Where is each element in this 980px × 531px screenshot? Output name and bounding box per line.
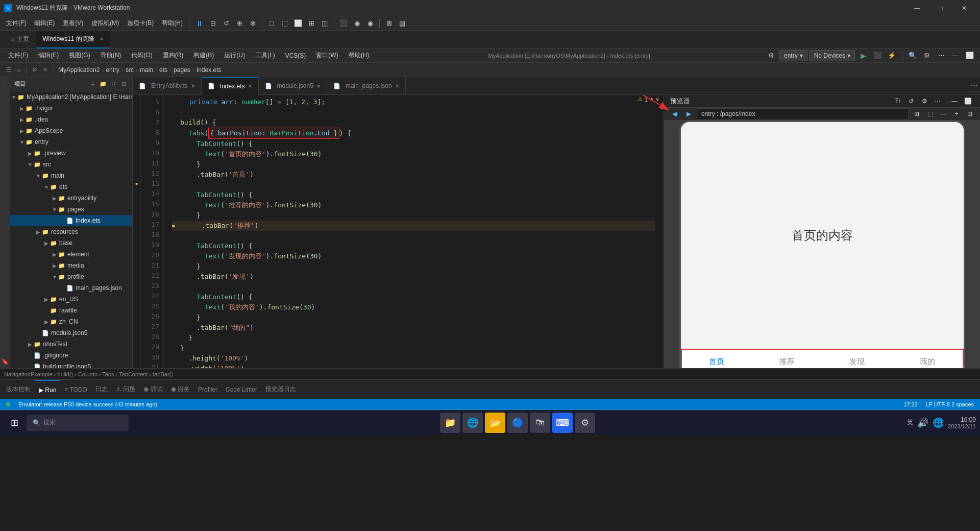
preview-nav-right[interactable]: ▶: [682, 108, 695, 120]
deveco-menu-nav[interactable]: 导航(N): [96, 49, 126, 63]
sort-button[interactable]: ≡: [14, 65, 23, 75]
deveco-menu-help[interactable]: 帮助(H): [345, 49, 374, 63]
preview-refresh-btn[interactable]: ↺: [905, 95, 917, 107]
phone-tab-mine[interactable]: 我的: [892, 357, 963, 367]
taskbar-app-1[interactable]: 📁: [440, 413, 460, 433]
toolbar-btn-2[interactable]: ↺: [220, 17, 232, 30]
breadcrumb-pages[interactable]: pages: [174, 66, 190, 74]
taskbar-app-vscode[interactable]: ⌨: [552, 413, 573, 433]
phone-tab-recommend[interactable]: 推荐: [752, 357, 822, 367]
bottom-tab-log[interactable]: 日志: [91, 380, 112, 399]
tree-item[interactable]: ▼ 📁 main: [10, 170, 132, 181]
breadcrumb-entry[interactable]: entry: [106, 66, 119, 74]
bottom-tab-profiler[interactable]: Profiler: [194, 380, 222, 399]
new-folder-button[interactable]: 📁: [99, 80, 108, 89]
preview-zoom-in[interactable]: +: [950, 108, 963, 120]
maximize-button[interactable]: □: [929, 0, 952, 16]
taskbar-app-2[interactable]: 🌐: [462, 413, 483, 433]
settings2-button[interactable]: ⚙: [921, 50, 933, 62]
taskbar-app-store[interactable]: 🛍: [530, 413, 550, 433]
tree-item[interactable]: ▶ 📁 base: [10, 237, 132, 249]
taskbar-app-edge[interactable]: 🔵: [507, 413, 528, 433]
bookmarks-icon[interactable]: 🔖: [1, 357, 10, 366]
tab-home[interactable]: ⌂ 主页: [4, 31, 35, 49]
breadcrumb-ets[interactable]: ets: [159, 66, 167, 74]
search-bar[interactable]: 🔍 搜索: [27, 415, 129, 431]
menu-file[interactable]: 文件(F): [2, 16, 30, 31]
tree-item[interactable]: ▶ 📁 .preview: [10, 148, 132, 159]
tree-item[interactable]: ▼ 📁 entry: [10, 136, 132, 148]
tab-close-4[interactable]: ✕: [395, 83, 399, 89]
preview-zoom-fit[interactable]: ⊟: [964, 108, 976, 120]
bottom-tab-preview-log[interactable]: 预览器日志: [261, 380, 300, 399]
breadcrumb-main[interactable]: main: [140, 66, 153, 74]
tree-item[interactable]: ▶ 📁 AppScope: [10, 125, 132, 136]
breadcrumb-index[interactable]: Index.ets: [197, 66, 222, 74]
phone-tab-discover[interactable]: 发现: [822, 357, 893, 367]
menu-edit[interactable]: 编辑(E): [30, 16, 59, 31]
entry-dropdown[interactable]: entry ▾: [779, 50, 807, 61]
profile-button[interactable]: ⚡: [886, 50, 898, 62]
deveco-menu-file[interactable]: 文件(F): [4, 49, 32, 63]
phone-tab-home[interactable]: 首页: [682, 357, 752, 367]
deveco-menu-edit[interactable]: 编辑(E): [34, 49, 63, 63]
deveco-menu-tools[interactable]: 工具(L): [251, 49, 279, 63]
toolbar-btn-8[interactable]: ⊞: [305, 17, 317, 30]
preview-grid-btn[interactable]: ⊞: [911, 108, 923, 120]
tree-item[interactable]: ▼ 📁 MyApplication2 [MyApplication] E:\Ha…: [10, 91, 132, 103]
run-button[interactable]: ▶: [857, 50, 869, 62]
tree-item[interactable]: 📁 rawfile: [10, 305, 132, 316]
bottom-tab-debug[interactable]: ◉ 调试: [139, 380, 166, 399]
preview-nav-left[interactable]: ◀: [668, 108, 680, 120]
toolbar-btn-9[interactable]: ◫: [318, 17, 331, 30]
collapse-tree-button[interactable]: ☰: [4, 65, 13, 75]
toolbar-btn-14[interactable]: ▤: [396, 17, 408, 30]
toolbar-btn-11[interactable]: ◉: [351, 17, 363, 30]
tree-item[interactable]: ▶ 📁 en_US: [10, 294, 132, 305]
tree-item[interactable]: ▼ 📁 profile: [10, 271, 132, 282]
taskbar-network[interactable]: 🌐: [933, 417, 944, 428]
preview-close-btn[interactable]: —: [948, 95, 961, 107]
tree-item[interactable]: ▼ 📁 pages: [10, 204, 132, 215]
menu-help[interactable]: 帮助(H): [158, 16, 187, 31]
toolbar-btn-10[interactable]: ⬛: [337, 17, 350, 30]
deveco-menu-refactor[interactable]: 重构(R): [159, 49, 188, 63]
tab-windows11[interactable]: Windows11 的克隆 ✕: [36, 31, 109, 49]
bottom-tab-services[interactable]: ◉ 服务: [167, 380, 194, 399]
tree-item[interactable]: 📄 .gitignore: [10, 350, 132, 361]
bottom-tab-vcs[interactable]: 版本控制: [2, 380, 35, 399]
bottom-tab-run[interactable]: ▶ Run: [35, 380, 60, 399]
preview-settings-btn[interactable]: Tr: [892, 95, 904, 107]
close-button[interactable]: ✕: [952, 0, 976, 16]
toolbar-btn-6[interactable]: ⬚: [279, 17, 291, 30]
bottom-tab-linter[interactable]: Code Linter: [222, 380, 261, 399]
collapse-button[interactable]: —: [949, 50, 962, 62]
deveco-menu-vcs[interactable]: VCS(S): [281, 49, 310, 63]
menu-view[interactable]: 查看(V): [59, 16, 87, 31]
tab-main-pages[interactable]: 📄 main_pages.json ✕: [327, 77, 406, 95]
tree-item-index[interactable]: 📄 Index.ets: [10, 215, 132, 226]
deveco-menu-code[interactable]: 代码(O): [127, 49, 156, 63]
taskbar-app-deveco[interactable]: ⚙: [575, 413, 595, 433]
device-selector[interactable]: No Devices ▾: [810, 50, 855, 61]
preview-expand-btn[interactable]: ⬜: [962, 95, 974, 107]
menu-tab[interactable]: 选项卡(B): [123, 16, 158, 31]
settings3-button[interactable]: ⚙: [30, 65, 39, 75]
bottom-tab-issues[interactable]: ⚠ 问题: [112, 380, 139, 399]
tree-item[interactable]: ▶ 📁 media: [10, 260, 132, 271]
tree-item[interactable]: ▶ 📁 element: [10, 249, 132, 260]
taskbar-app-folder[interactable]: 📂: [485, 413, 505, 433]
taskbar-speaker[interactable]: 🔊: [917, 417, 928, 428]
tree-item[interactable]: ▶ 📁 entryability: [10, 192, 132, 204]
deveco-menu-window[interactable]: 窗口(W): [312, 49, 342, 63]
tab-module-json[interactable]: 📄 module.json5 ✕: [259, 77, 327, 95]
deveco-menu-run[interactable]: 运行(U): [220, 49, 249, 63]
start-button[interactable]: ⊞: [4, 413, 24, 433]
new-file-button[interactable]: +: [88, 80, 97, 89]
breadcrumb-src[interactable]: src: [126, 66, 134, 74]
tree-item[interactable]: ▶ 📁 ohosTest: [10, 339, 132, 350]
refresh-button[interactable]: ↺: [109, 80, 118, 89]
code-content[interactable]: private arr: number[] = [1, 2, 3]; build…: [164, 95, 664, 368]
pause-button[interactable]: ⏸: [193, 17, 206, 30]
search-button[interactable]: 🔍: [906, 50, 919, 62]
